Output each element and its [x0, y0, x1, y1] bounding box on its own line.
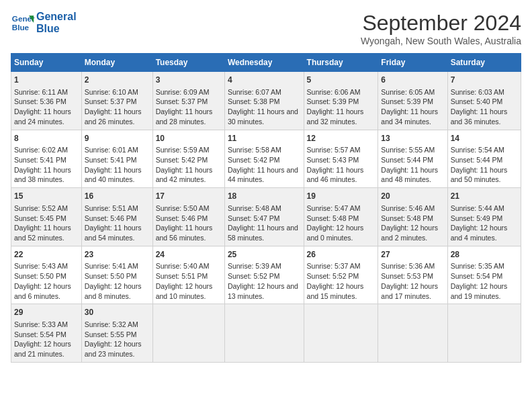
day-cell-24: 24Sunrise: 5:40 AMSunset: 5:51 PMDayligh… [152, 246, 224, 304]
header-row: SundayMondayTuesdayWednesdayThursdayFrid… [11, 54, 521, 72]
day-cell-13: 13Sunrise: 5:55 AMSunset: 5:44 PMDayligh… [378, 130, 447, 188]
column-header-sunday: Sunday [11, 54, 82, 72]
day-cell-16: 16Sunrise: 5:51 AMSunset: 5:46 PMDayligh… [81, 188, 152, 246]
day-cell-25: 25Sunrise: 5:39 AMSunset: 5:52 PMDayligh… [224, 246, 304, 304]
day-cell-28: 28Sunrise: 5:35 AMSunset: 5:54 PMDayligh… [447, 246, 521, 304]
day-cell-6: 6Sunrise: 6:05 AMSunset: 5:39 PMDaylight… [378, 72, 447, 130]
day-cell-7: 7Sunrise: 6:03 AMSunset: 5:40 PMDaylight… [447, 72, 521, 130]
day-cell-4: 4Sunrise: 6:07 AMSunset: 5:38 PMDaylight… [224, 72, 304, 130]
day-cell-11: 11Sunrise: 5:58 AMSunset: 5:42 PMDayligh… [224, 130, 304, 188]
day-cell-20: 20Sunrise: 5:46 AMSunset: 5:48 PMDayligh… [378, 188, 447, 246]
logo-line2: Blue [36, 23, 77, 35]
day-cell-21: 21Sunrise: 5:44 AMSunset: 5:49 PMDayligh… [447, 188, 521, 246]
day-cell-29: 29Sunrise: 5:33 AMSunset: 5:54 PMDayligh… [11, 304, 82, 363]
page-header: General Blue General Blue September 2024… [11, 11, 521, 46]
calendar-week-3: 15Sunrise: 5:52 AMSunset: 5:45 PMDayligh… [11, 188, 521, 246]
calendar-body: 1Sunrise: 6:11 AMSunset: 5:36 PMDaylight… [11, 72, 521, 363]
day-cell-30: 30Sunrise: 5:32 AMSunset: 5:55 PMDayligh… [81, 304, 152, 363]
column-header-monday: Monday [81, 54, 152, 72]
day-cell-14: 14Sunrise: 5:54 AMSunset: 5:44 PMDayligh… [447, 130, 521, 188]
day-cell-26: 26Sunrise: 5:37 AMSunset: 5:52 PMDayligh… [304, 246, 378, 304]
day-cell-10: 10Sunrise: 5:59 AMSunset: 5:42 PMDayligh… [152, 130, 224, 188]
calendar-table: SundayMondayTuesdayWednesdayThursdayFrid… [11, 53, 521, 363]
day-cell-22: 22Sunrise: 5:43 AMSunset: 5:50 PMDayligh… [11, 246, 82, 304]
column-header-friday: Friday [378, 54, 447, 72]
calendar-week-4: 22Sunrise: 5:43 AMSunset: 5:50 PMDayligh… [11, 246, 521, 304]
calendar-week-1: 1Sunrise: 6:11 AMSunset: 5:36 PMDaylight… [11, 72, 521, 130]
empty-cell [447, 304, 521, 363]
empty-cell [152, 304, 224, 363]
day-cell-23: 23Sunrise: 5:41 AMSunset: 5:50 PMDayligh… [81, 246, 152, 304]
title-block: September 2024 Wyongah, New South Wales,… [361, 11, 521, 46]
logo: General Blue General Blue [11, 11, 77, 36]
logo-icon: General Blue [11, 11, 35, 35]
day-cell-8: 8Sunrise: 6:02 AMSunset: 5:41 PMDaylight… [11, 130, 82, 188]
day-cell-18: 18Sunrise: 5:48 AMSunset: 5:47 PMDayligh… [224, 188, 304, 246]
column-header-saturday: Saturday [447, 54, 521, 72]
day-cell-5: 5Sunrise: 6:06 AMSunset: 5:39 PMDaylight… [304, 72, 378, 130]
empty-cell [304, 304, 378, 363]
logo-line1: General [36, 11, 77, 23]
day-cell-12: 12Sunrise: 5:57 AMSunset: 5:43 PMDayligh… [304, 130, 378, 188]
day-cell-17: 17Sunrise: 5:50 AMSunset: 5:46 PMDayligh… [152, 188, 224, 246]
empty-cell [378, 304, 447, 363]
day-cell-15: 15Sunrise: 5:52 AMSunset: 5:45 PMDayligh… [11, 188, 82, 246]
page-title: September 2024 [361, 11, 521, 36]
svg-text:Blue: Blue [12, 23, 30, 32]
day-cell-2: 2Sunrise: 6:10 AMSunset: 5:37 PMDaylight… [81, 72, 152, 130]
day-cell-9: 9Sunrise: 6:01 AMSunset: 5:41 PMDaylight… [81, 130, 152, 188]
day-cell-27: 27Sunrise: 5:36 AMSunset: 5:53 PMDayligh… [378, 246, 447, 304]
calendar-week-5: 29Sunrise: 5:33 AMSunset: 5:54 PMDayligh… [11, 304, 521, 363]
calendar-week-2: 8Sunrise: 6:02 AMSunset: 5:41 PMDaylight… [11, 130, 521, 188]
page-subtitle: Wyongah, New South Wales, Australia [361, 36, 521, 46]
calendar-header: SundayMondayTuesdayWednesdayThursdayFrid… [11, 54, 521, 72]
day-cell-3: 3Sunrise: 6:09 AMSunset: 5:37 PMDaylight… [152, 72, 224, 130]
day-cell-1: 1Sunrise: 6:11 AMSunset: 5:36 PMDaylight… [11, 72, 82, 130]
column-header-wednesday: Wednesday [224, 54, 304, 72]
column-header-tuesday: Tuesday [152, 54, 224, 72]
column-header-thursday: Thursday [304, 54, 378, 72]
day-cell-19: 19Sunrise: 5:47 AMSunset: 5:48 PMDayligh… [304, 188, 378, 246]
empty-cell [224, 304, 304, 363]
